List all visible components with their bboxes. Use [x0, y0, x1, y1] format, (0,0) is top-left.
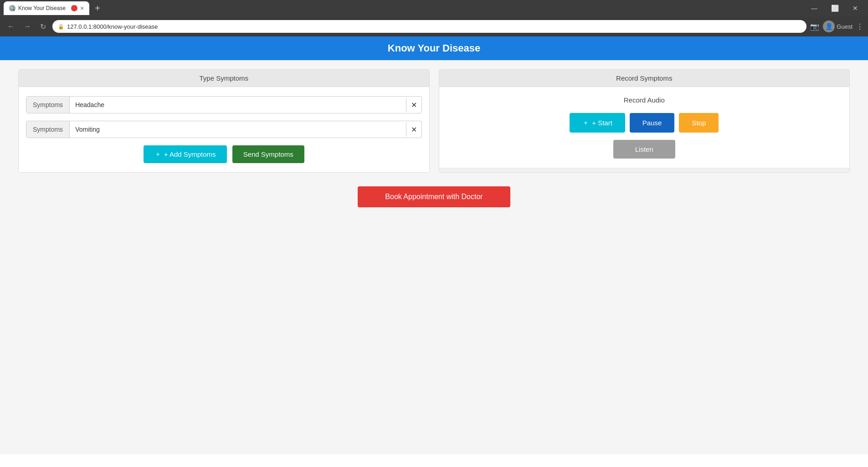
add-symptoms-label: + Add Symptoms	[164, 150, 216, 158]
profile-label: Guest	[837, 23, 853, 30]
listen-button-container: Listen	[448, 140, 841, 159]
address-text: 127.0.0.1:8000/know-your-disease	[67, 23, 158, 30]
record-symptoms-panel: Record Symptoms Record Audio ＋ + Start P…	[439, 69, 850, 173]
add-symptoms-button[interactable]: ＋ + Add Symptoms	[144, 145, 227, 163]
back-button[interactable]: ←	[5, 21, 17, 32]
minimize-button[interactable]: —	[805, 2, 824, 15]
app-body: Type Symptoms Symptoms ✕ Symptoms ✕	[0, 60, 868, 454]
refresh-button[interactable]: ↻	[37, 21, 49, 33]
send-symptoms-button[interactable]: Send Symptoms	[232, 145, 304, 163]
browser-tab[interactable]: 🔍 Know Your Disease ×	[4, 1, 89, 15]
pause-button[interactable]: Pause	[630, 113, 675, 133]
action-buttons: ＋ + Add Symptoms Send Symptoms	[26, 145, 422, 163]
tab-bar: 🔍 Know Your Disease × + — ⬜ ✕	[0, 0, 868, 16]
record-audio-label: Record Audio	[448, 96, 841, 104]
restore-button[interactable]: ⬜	[825, 2, 845, 15]
avatar: 👤	[823, 21, 835, 32]
more-options-icon[interactable]: ⋮	[856, 22, 863, 31]
start-plus-icon: ＋	[582, 118, 589, 127]
listen-button[interactable]: Listen	[613, 140, 675, 159]
plus-icon: ＋	[154, 150, 161, 159]
book-section: Book Appointment with Doctor	[18, 186, 850, 207]
remove-symptom-1-button[interactable]: ✕	[406, 98, 421, 112]
symptom-row-1: Symptoms ✕	[26, 96, 422, 113]
profile-button[interactable]: 👤 Guest	[823, 21, 853, 32]
tab-favicon: 🔍	[9, 5, 15, 11]
remove-symptom-2-button[interactable]: ✕	[406, 123, 421, 137]
lock-icon: 🔒	[58, 24, 64, 30]
tab-title: Know Your Disease	[18, 5, 66, 11]
type-symptoms-panel: Type Symptoms Symptoms ✕ Symptoms ✕	[18, 69, 430, 173]
tab-indicator	[71, 5, 77, 11]
new-tab-button[interactable]: +	[91, 3, 104, 14]
window-controls: — ⬜ ✕	[805, 2, 864, 15]
symptom-row-2: Symptoms ✕	[26, 121, 422, 138]
browser-toolbar: ← → ↻ 🔒 127.0.0.1:8000/know-your-disease…	[0, 16, 868, 36]
browser-actions: 📷 👤 Guest ⋮	[810, 21, 863, 32]
close-tab-button[interactable]: ×	[80, 5, 84, 12]
symptom-input-1[interactable]	[70, 97, 406, 113]
type-symptoms-body: Symptoms ✕ Symptoms ✕ ＋ + Add Symptoms	[19, 87, 429, 172]
main-panels: Type Symptoms Symptoms ✕ Symptoms ✕	[18, 69, 850, 173]
camera-icon: 📷	[810, 22, 819, 31]
stop-button[interactable]: Stop	[679, 113, 719, 133]
record-section: Record Audio ＋ + Start Pause Stop Listen	[439, 87, 850, 168]
symptom-label-2: Symptoms	[26, 121, 70, 138]
app-header: Know Your Disease	[0, 36, 868, 60]
address-bar[interactable]: 🔒 127.0.0.1:8000/know-your-disease	[52, 20, 806, 33]
start-button[interactable]: ＋ + Start	[570, 113, 625, 133]
book-appointment-button[interactable]: Book Appointment with Doctor	[358, 186, 510, 207]
symptom-label-1: Symptoms	[26, 97, 70, 113]
start-label: + Start	[592, 119, 612, 127]
symptom-input-2[interactable]	[70, 121, 406, 138]
type-symptoms-header: Type Symptoms	[19, 70, 429, 87]
forward-button[interactable]: →	[21, 21, 34, 32]
app-title: Know Your Disease	[388, 42, 480, 54]
record-symptoms-header: Record Symptoms	[439, 70, 850, 87]
record-buttons: ＋ + Start Pause Stop	[448, 113, 841, 133]
close-window-button[interactable]: ✕	[846, 2, 864, 15]
